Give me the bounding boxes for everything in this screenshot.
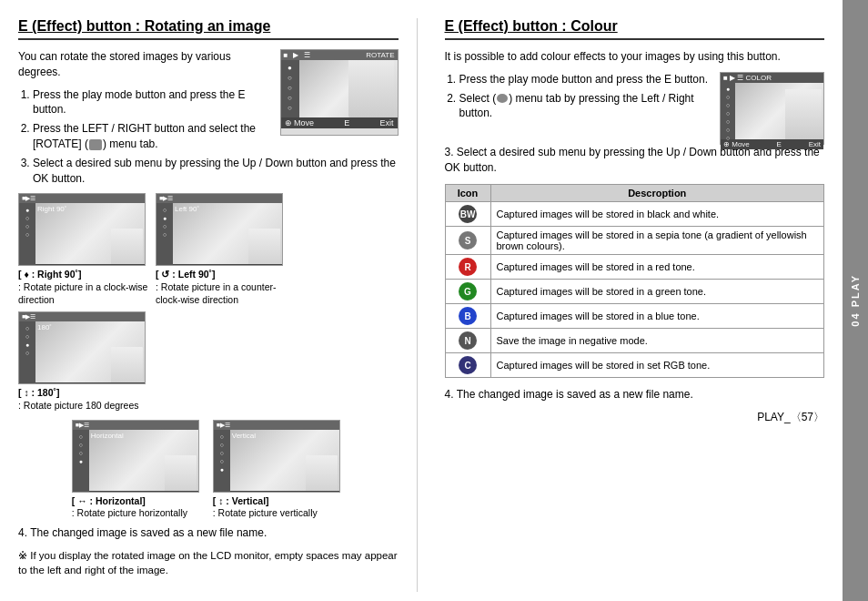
- left-step4: 4. The changed image is saved as a new f…: [18, 525, 399, 541]
- right-steps-section: ■ ▶ ☰ COLOR ● ○ ○ ○ ○ ○ ○: [445, 72, 825, 402]
- color-left-bar: ● ○ ○ ○ ○ ○ ○: [721, 83, 735, 139]
- thumb-photo: Right 90˚ OK SetE Back: [35, 203, 145, 266]
- thumb-vertical: ■▶☰ ○○○○● Vertical OK SetE Back: [213, 420, 345, 520]
- blue-icon: B: [459, 307, 477, 325]
- degree-label: Right 90˚: [37, 205, 66, 213]
- right-steps-with-img: ■ ▶ ☰ COLOR ● ○ ○ ○ ○ ○ ○: [445, 72, 825, 145]
- menu-bar: ■ ▶ ☰ ROTATE: [281, 50, 398, 60]
- thumb-leftbar: ●○○○: [19, 203, 35, 266]
- color-menu-image: ■ ▶ ☰ COLOR ● ○ ○ ○ ○ ○ ○: [720, 72, 824, 145]
- page-num-text: PLAY_〈57〉: [757, 411, 824, 423]
- thumb-180: ■▶☰ ○○●○ 180˚ OK SetE Back: [18, 311, 150, 412]
- img-figure: [348, 60, 394, 117]
- thumb-footer2: OK SetE Back: [173, 264, 282, 266]
- thumb-right90: ■▶☰ ●○○○ Right 90˚ OK SetE Back: [18, 193, 150, 306]
- page-number: PLAY_〈57〉: [445, 410, 825, 425]
- thumb-footer3: OK SetE Back: [35, 382, 145, 384]
- desc-cell-neg: Save the image in negative mode.: [490, 329, 824, 353]
- desc-cell-g: Captured images will be stored in a gree…: [490, 280, 824, 304]
- thumb-footer5: OK SetE Back: [230, 491, 339, 493]
- color-photo: [735, 83, 823, 139]
- desc-cell-bw: Captured images will be stored in black …: [490, 202, 824, 227]
- table-row: R Captured images will be stored in a re…: [445, 255, 824, 280]
- thumb-menubar5: ■▶☰: [214, 421, 339, 430]
- thumb-menubar3: ■▶☰: [19, 312, 145, 321]
- right-column: E (Effect) button : Colour It is possibl…: [436, 18, 825, 592]
- sepia-icon: S: [459, 231, 477, 250]
- table-row: B Captured images will be stored in a bl…: [445, 304, 824, 329]
- thumb-caption-horizontal: [ ↔ : Horizontal] : Rotate picture horiz…: [72, 495, 204, 520]
- thumb-leftbar4: ○○○●: [73, 430, 89, 493]
- table-row: C Captured images will be stored in set …: [445, 353, 824, 378]
- thumb-menubar: ■▶☰: [19, 194, 145, 203]
- thumb-menubar4: ■▶☰: [73, 421, 198, 430]
- table-row: BW Captured images will be stored in bla…: [445, 202, 824, 227]
- icon-cell-neg: N: [445, 329, 490, 353]
- right-title: E (Effect) button : Colour: [445, 18, 825, 40]
- table-row: S Captured images will be stored in a se…: [445, 227, 824, 255]
- thumb-photo3: 180˚ OK SetE Back: [35, 321, 145, 384]
- thumb-figure3: [111, 347, 143, 384]
- step-3: Select a desired sub menu by pressing th…: [33, 156, 399, 187]
- thumb-inner4: ○○○● Horizontal OK SetE Back: [73, 430, 198, 493]
- thumb-img-180: ■▶☰ ○○●○ 180˚ OK SetE Back: [18, 311, 146, 384]
- img-footer: ⊕ Move E Exit: [281, 117, 398, 128]
- thumb-inner3: ○○●○ 180˚ OK SetE Back: [19, 321, 145, 384]
- desc-cell-rgb: Captured images will be stored in set RG…: [490, 353, 824, 378]
- desc-cell-r: Captured images will be stored in a red …: [490, 255, 824, 280]
- color-table-body: BW Captured images will be stored in bla…: [445, 202, 824, 378]
- sidebar: 04 PLAY: [843, 0, 868, 601]
- thumb-caption-right90: [ ♦ : Right 90˚] : Rotate picture in a c…: [18, 269, 150, 306]
- rotate-main-image: ■ ▶ ☰ ROTATE ● ○ ○ ○ ○: [280, 49, 399, 136]
- degree-label4: Horizontal: [91, 432, 124, 440]
- degree-label5: Vertical: [232, 432, 256, 440]
- degree-label3: 180˚: [37, 323, 52, 331]
- intro-section: ■ ▶ ☰ ROTATE ● ○ ○ ○ ○: [18, 49, 399, 193]
- thumb-figure2: [248, 229, 280, 266]
- green-icon: G: [459, 282, 477, 300]
- right-step4: 4. The changed image is saved as a new f…: [445, 387, 825, 402]
- img-photo: [299, 60, 398, 117]
- thumb-photo5: Vertical OK SetE Back: [230, 430, 339, 493]
- table-row: G Captured images will be stored in a gr…: [445, 280, 824, 304]
- thumb-inner: ●○○○ Right 90˚ OK SetE Back: [19, 203, 145, 266]
- thumb-caption-vertical: [ ↕ : Vertical] : Rotate picture vertica…: [213, 495, 345, 520]
- thumb-menubar2: ■▶☰: [156, 194, 282, 203]
- img-sidebar-left: ● ○ ○ ○ ○: [281, 60, 299, 117]
- thumb-inner5: ○○○○● Vertical OK SetE Back: [214, 430, 339, 493]
- thumb-row-2: ■▶☰ ○○○● Horizontal OK SetE Back: [18, 420, 399, 520]
- thumb-img-vertical: ■▶☰ ○○○○● Vertical OK SetE Back: [213, 420, 340, 493]
- icon-cell-g: G: [445, 280, 490, 304]
- thumb-img-right90: ■▶☰ ●○○○ Right 90˚ OK SetE Back: [18, 193, 146, 266]
- degree-label2: Left 90˚: [175, 205, 199, 213]
- thumb-footer: OK SetE Back: [35, 264, 145, 266]
- thumb-caption-180: [ ↕ : 180˚] : Rotate picture 180 degrees: [18, 387, 150, 412]
- color-footer-bar: ⊕ Move E Exit: [721, 139, 823, 149]
- right-step3: 3. Select a desired sub menu by pressing…: [445, 145, 825, 176]
- icon-cell-b: B: [445, 304, 490, 329]
- thumb-row-1: ■▶☰ ●○○○ Right 90˚ OK SetE Back: [18, 193, 399, 412]
- img-inner: ● ○ ○ ○ ○: [281, 60, 398, 117]
- left-title: E (Effect) button : Rotating an image: [18, 18, 399, 40]
- left-column: E (Effect) button : Rotating an image ■ …: [18, 18, 418, 592]
- icon-cell-rgb: C: [445, 353, 490, 378]
- color-table-head: Icon Descroption: [445, 185, 824, 202]
- color-figure: [785, 89, 822, 139]
- right-intro: It is possible to add colour effects to …: [445, 49, 825, 65]
- thumb-caption-left90: [ ↺ : Left 90˚] : Rotate picture in a co…: [156, 269, 288, 306]
- main-content: E (Effect) button : Rotating an image ■ …: [0, 0, 843, 601]
- color-top-bar: ■ ▶ ☰ COLOR: [721, 73, 823, 83]
- thumb-photo4: Horizontal OK SetE Back: [89, 430, 198, 493]
- thumb-img-left90: ■▶☰ ○●○○ Left 90˚ OK SetE Back: [156, 193, 283, 266]
- thumb-horizontal: ■▶☰ ○○○● Horizontal OK SetE Back: [72, 420, 204, 520]
- icon-cell-r: R: [445, 255, 490, 280]
- col-description: Descroption: [490, 185, 824, 202]
- thumb-leftbar5: ○○○○●: [214, 430, 230, 493]
- thumb-footer4: OK SetE Back: [89, 491, 198, 493]
- color-img-inner: ● ○ ○ ○ ○ ○ ○: [721, 83, 823, 139]
- thumb-photo2: Left 90˚ OK SetE Back: [173, 203, 282, 266]
- negative-icon: N: [459, 331, 477, 350]
- bw-icon: BW: [459, 205, 477, 223]
- thumb-leftbar2: ○●○○: [156, 203, 173, 266]
- icon-cell-bw: BW: [445, 202, 490, 227]
